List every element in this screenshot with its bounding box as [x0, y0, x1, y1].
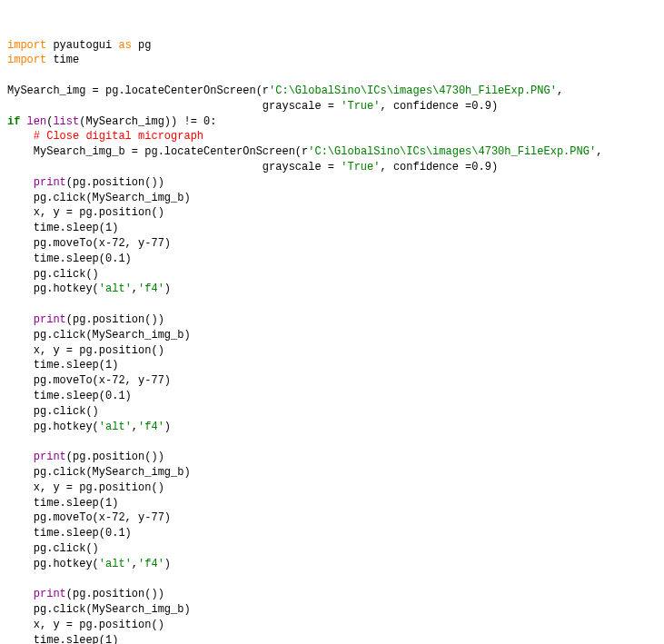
- builtin-print: print: [34, 313, 66, 326]
- txt: pg.click(MySearch_img_b): [7, 192, 191, 204]
- txt: pg.hotkey(: [7, 558, 99, 570]
- txt: grayscale =: [7, 100, 341, 113]
- txt: (MySearch_img)) != 0:: [79, 115, 216, 128]
- txt: ): [164, 558, 171, 570]
- txt: grayscale =: [7, 161, 341, 173]
- txt: time.sleep(1): [7, 497, 118, 510]
- str: 'f4': [138, 282, 164, 295]
- builtin-print: print: [34, 451, 66, 463]
- str: 'alt': [99, 421, 132, 433]
- txt: time: [46, 54, 79, 66]
- txt: [20, 115, 26, 128]
- txt: pg.click(): [7, 542, 99, 555]
- txt: [7, 588, 34, 600]
- txt: ,: [132, 282, 138, 295]
- txt: time.sleep(0.1): [7, 527, 132, 540]
- txt: ): [164, 421, 171, 433]
- str: 'C:\GlobalSino\ICs\images\4730h_FileExp.…: [269, 84, 557, 97]
- txt: time.sleep(0.1): [7, 390, 132, 402]
- kw-import: import: [7, 39, 46, 52]
- txt: (pg.position()): [66, 313, 164, 326]
- txt: (pg.position()): [66, 588, 164, 600]
- txt: ,: [557, 84, 563, 97]
- txt: ): [164, 282, 171, 295]
- txt: MySearch_img_b = pg.locateCenterOnScreen…: [7, 145, 308, 158]
- txt: pg.click(): [7, 405, 99, 418]
- txt: pyautogui: [46, 39, 118, 52]
- builtin-print: print: [34, 176, 66, 189]
- txt: pg.moveTo(x-72, y-77): [7, 374, 171, 387]
- str: 'True': [341, 100, 380, 113]
- txt: [7, 313, 34, 326]
- txt: pg.click(): [7, 268, 99, 281]
- txt: pg.hotkey(: [7, 421, 99, 433]
- txt: time.sleep(1): [7, 222, 118, 234]
- builtin-print: print: [34, 588, 66, 600]
- builtin-len: len: [27, 115, 47, 128]
- txt: pg.click(MySearch_img_b): [7, 466, 191, 479]
- kw-import: import: [7, 54, 46, 66]
- txt: [7, 451, 34, 463]
- txt: time.sleep(1): [7, 359, 118, 372]
- builtin-list: list: [53, 115, 79, 128]
- txt: x, y = pg.position(): [7, 481, 164, 494]
- txt: (pg.position()): [66, 451, 164, 463]
- txt: x, y = pg.position(): [7, 619, 164, 631]
- txt: x, y = pg.position(): [7, 344, 164, 357]
- txt: pg.moveTo(x-72, y-77): [7, 511, 171, 524]
- txt: pg.moveTo(x-72, y-77): [7, 237, 171, 250]
- txt: ,: [596, 145, 602, 158]
- txt: (pg.position()): [66, 176, 164, 189]
- txt: x, y = pg.position(): [7, 206, 164, 219]
- txt: pg.click(MySearch_img_b): [7, 603, 191, 616]
- txt: pg.click(MySearch_img_b): [7, 329, 191, 342]
- code-block: import pyautogui as pg import time MySea…: [7, 38, 657, 644]
- txt: ,: [132, 558, 138, 570]
- str: 'f4': [138, 421, 164, 433]
- txt: , confidence =0.9): [380, 161, 498, 173]
- txt: , confidence =0.9): [380, 100, 621, 113]
- comment: # Close digital micrograph: [7, 130, 203, 143]
- kw-if: if: [7, 115, 20, 128]
- txt: pg.hotkey(: [7, 282, 99, 295]
- txt: time.sleep(1): [7, 634, 118, 644]
- txt: MySearch_img = pg.locateCenterOnScreen(r: [7, 84, 269, 97]
- txt: [7, 176, 34, 189]
- txt: time.sleep(0.1): [7, 253, 132, 265]
- str: 'alt': [99, 558, 132, 570]
- str: 'True': [341, 161, 380, 173]
- str: 'C:\GlobalSino\ICs\images\4730h_FileExp.…: [308, 145, 596, 158]
- str: 'alt': [99, 282, 132, 295]
- txt: ,: [132, 421, 138, 433]
- str: 'f4': [138, 558, 164, 570]
- txt: pg: [132, 39, 152, 52]
- kw-as: as: [118, 39, 131, 52]
